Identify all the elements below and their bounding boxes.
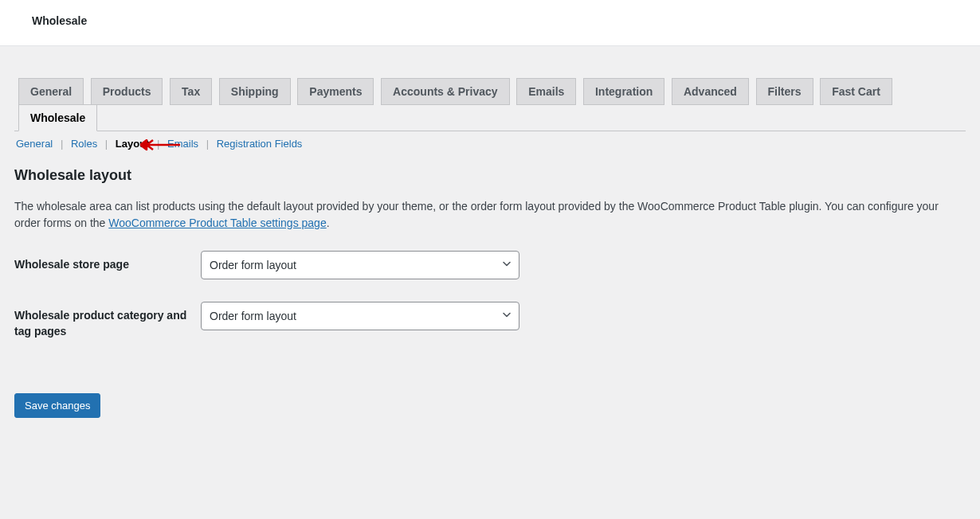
separator: | <box>57 138 66 150</box>
separator: | <box>102 138 111 150</box>
page-title: Wholesale <box>32 6 948 27</box>
form-row-store-page: Wholesale store page Order form layout <box>14 251 966 279</box>
form-row-category-tag: Wholesale product category and tag pages… <box>14 302 966 339</box>
tab-fast-cart[interactable]: Fast Cart <box>820 78 892 105</box>
tab-filters[interactable]: Filters <box>756 78 813 105</box>
field-store-page: Order form layout <box>201 251 966 279</box>
section-title: Wholesale layout <box>14 167 966 184</box>
save-changes-button[interactable]: Save changes <box>14 393 100 418</box>
field-category-tag: Order form layout <box>201 302 966 330</box>
content-wrap: General Products Tax Shipping Payments A… <box>0 78 980 418</box>
tab-wholesale[interactable]: Wholesale <box>18 104 97 131</box>
tab-tax[interactable]: Tax <box>170 78 212 105</box>
subsubsub: General | Roles | Layout | Emails | Regi… <box>14 138 966 150</box>
select-category-tag[interactable]: Order form layout <box>201 302 519 330</box>
settings-page-link[interactable]: WooCommerce Product Table settings page <box>108 217 326 229</box>
label-store-page: Wholesale store page <box>14 251 201 273</box>
tab-shipping[interactable]: Shipping <box>219 78 291 105</box>
nav-tab-wrapper: General Products Tax Shipping Payments A… <box>14 78 966 131</box>
tab-advanced[interactable]: Advanced <box>672 78 749 105</box>
separator: | <box>154 138 163 150</box>
separator: | <box>203 138 212 150</box>
select-wrapper: Order form layout <box>201 302 519 330</box>
tab-emails[interactable]: Emails <box>516 78 576 105</box>
description-text-2: . <box>327 217 330 229</box>
tab-products[interactable]: Products <box>91 78 163 105</box>
subtab-roles[interactable]: Roles <box>69 136 99 151</box>
select-wrapper: Order form layout <box>201 251 519 279</box>
section-description: The wholesale area can list products usi… <box>14 198 966 232</box>
tab-integration[interactable]: Integration <box>583 78 664 105</box>
subtab-emails[interactable]: Emails <box>166 136 200 151</box>
subtab-registration-fields[interactable]: Registration Fields <box>215 136 304 151</box>
tab-accounts-privacy[interactable]: Accounts & Privacy <box>381 78 510 105</box>
subtab-layout[interactable]: Layout <box>114 136 151 151</box>
tab-general[interactable]: General <box>18 78 84 105</box>
label-category-tag: Wholesale product category and tag pages <box>14 302 201 339</box>
form-table: Wholesale store page Order form layout W… <box>14 251 966 339</box>
subtab-general[interactable]: General <box>14 136 54 151</box>
tab-payments[interactable]: Payments <box>297 78 374 105</box>
select-store-page[interactable]: Order form layout <box>201 251 519 279</box>
header-bar: Wholesale <box>0 0 980 46</box>
